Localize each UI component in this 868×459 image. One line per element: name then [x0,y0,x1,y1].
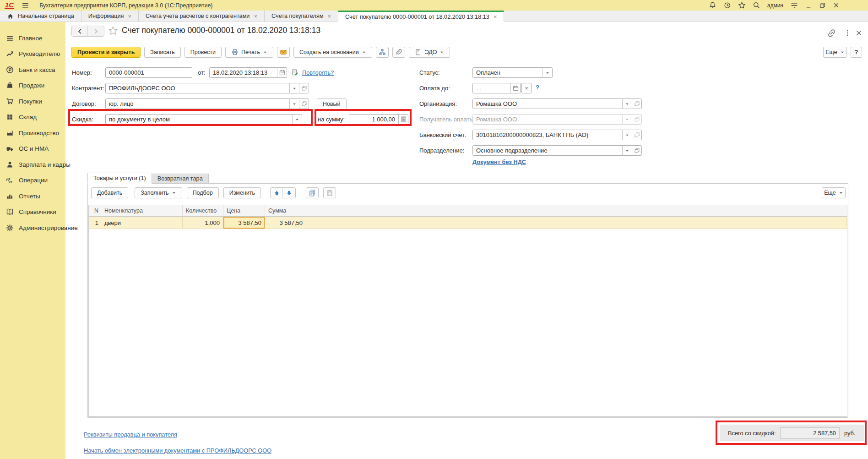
tab-close-icon[interactable]: × [494,14,497,20]
department-field[interactable]: Основное подразделение [472,145,642,156]
edo-button[interactable]: ЭДО [409,47,450,58]
date-field[interactable]: 18.02.2020 13:18:13 [209,67,287,78]
number-field[interactable]: 0000-000001 [105,67,192,78]
tab-scheta-pokupatelyam[interactable]: Счета покупателям × [265,11,338,22]
items-more-button[interactable]: Еще [822,187,846,198]
cell-n[interactable]: 1 [89,217,101,229]
user-menu-icon[interactable] [790,1,798,9]
no-vat-link[interactable]: Документ без НДС [472,158,526,165]
status-field[interactable]: Оплачен [472,67,553,78]
header-price[interactable]: Цена [223,205,265,216]
tab-goods-services[interactable]: Товары и услуги (1) [87,173,152,184]
sidebar-item-sklad[interactable]: Склад [0,109,65,126]
favorites-star-icon[interactable] [738,1,746,9]
create-on-basis-button[interactable]: Создать на основании [293,47,372,58]
sidebar-item-operacii[interactable]: ДтКт Операции [0,173,65,189]
table-row[interactable]: 1 двери 1,000 3 587,50 3 587,50 [89,217,847,229]
header-sum[interactable]: Сумма [265,205,306,216]
start-edo-exchange-link[interactable]: Начать обмен электронными документами с … [84,447,271,454]
tab-close-icon[interactable]: × [254,13,257,19]
repeat-link[interactable]: Повторять? [302,69,334,76]
sidebar-item-spravochniki[interactable]: Справочники [0,204,65,220]
cell-price-selected[interactable]: 3 587,50 [223,217,265,229]
help-button[interactable]: ? [851,47,862,58]
sidebar-item-prodazhi[interactable]: Продажи [0,78,65,94]
pay-until-clear-button[interactable]: × [521,83,532,93]
header-quantity[interactable]: Количество [183,205,223,216]
print-button[interactable]: Печать [225,47,273,58]
write-button[interactable]: Записать [144,47,180,58]
open-item-icon[interactable] [632,130,641,140]
form-more-button[interactable]: Еще [823,47,847,58]
paste-rows-button[interactable] [323,187,336,198]
dropdown-arrow-icon[interactable] [542,68,552,77]
close-window-button[interactable] [833,2,840,9]
tab-close-icon[interactable]: × [327,13,331,19]
back-arrow-button[interactable] [72,26,88,36]
sidebar-item-os-i-nma[interactable]: ОС и НМА [0,141,65,157]
fill-button[interactable]: Заполнить [135,187,182,198]
attachments-button[interactable] [392,47,405,58]
sidebar-item-bank-i-kassa[interactable]: Банк и касса [0,62,65,78]
seller-buyer-details-link[interactable]: Реквизиты продавца и покупателя [84,431,177,438]
tab-returnable-packaging[interactable]: Возвратная тара [152,174,209,184]
dropdown-arrow-icon[interactable] [622,130,632,140]
cell-nomenclature[interactable]: двери [101,217,183,229]
more-dots-icon[interactable] [844,29,851,37]
counterparty-field[interactable]: ПРОФИЛЬДООРС ООО [105,83,309,93]
header-n[interactable]: N [89,205,101,216]
copy-rows-button[interactable] [306,187,319,198]
open-item-icon[interactable] [299,99,309,109]
dropdown-arrow-icon[interactable] [292,115,302,124]
move-row-up-button[interactable] [271,188,283,198]
search-icon[interactable] [753,1,760,9]
pay-until-help[interactable]: ? [536,84,539,91]
dropdown-arrow-icon[interactable] [622,99,632,109]
tab-close-icon[interactable]: × [128,13,131,19]
cell-sum[interactable]: 3 587,50 [265,217,306,229]
add-row-button[interactable]: Добавить [91,187,128,198]
organization-field[interactable]: Ромашка ООО [472,98,642,109]
history-icon[interactable] [723,1,731,9]
current-user[interactable]: админ [767,2,783,9]
open-item-icon[interactable] [632,146,641,155]
forward-arrow-button[interactable] [88,26,104,36]
document-structure-button[interactable] [376,47,389,58]
move-row-down-button[interactable] [283,188,295,198]
close-form-icon[interactable] [855,29,863,37]
sidebar-item-proizvodstvo[interactable]: Производство [0,125,65,141]
send-email-button[interactable] [277,47,290,58]
favorite-star-icon[interactable] [108,26,118,36]
tab-scheta-ucheta[interactable]: Счета учета расчетов с контрагентами × [139,11,265,22]
bank-account-field[interactable]: 30101810200000000823, БАНК ГПБ (АО) [472,130,642,140]
open-item-icon[interactable] [299,83,309,93]
discount-field[interactable]: по документу в целом [105,114,302,125]
new-contract-button[interactable]: Новый [317,98,347,109]
sidebar-item-otchety[interactable]: Отчеты [0,188,65,204]
tab-informaciya[interactable]: Информация × [81,11,139,22]
pay-until-field[interactable]: . . [472,83,521,93]
repeat-schedule-icon[interactable] [291,69,299,76]
calculator-icon[interactable] [398,115,408,124]
calendar-icon[interactable] [510,83,520,93]
post-button[interactable]: Провести [184,47,222,58]
calendar-icon[interactable] [277,68,287,77]
sidebar-item-pokupki[interactable]: Покупки [0,93,65,109]
notifications-bell-icon[interactable] [709,1,716,9]
restore-button[interactable] [819,2,826,9]
tab-schet-pokupatelyu-active[interactable]: Счет покупателю 0000-000001 от 18.02.202… [338,11,504,22]
sidebar-item-administrirovanie[interactable]: Администрирование [0,220,65,236]
contract-field[interactable]: юр. лицо [105,98,309,109]
post-and-close-button[interactable]: Провести и закрыть [71,47,141,58]
main-hamburger-icon[interactable] [22,1,29,9]
sidebar-item-glavnoe[interactable]: Главное [0,30,65,46]
cell-quantity[interactable]: 1,000 [183,217,223,229]
tab-home[interactable]: Начальная страница [0,11,81,22]
edit-row-button[interactable]: Изменить [223,187,261,198]
dropdown-arrow-icon[interactable] [622,146,632,155]
dropdown-arrow-icon[interactable] [289,99,299,109]
minimize-button[interactable] [805,2,812,9]
header-nomenclature[interactable]: Номенклатура [101,205,183,216]
pick-button[interactable]: Подбор [187,187,219,198]
get-link-icon[interactable] [827,28,836,38]
